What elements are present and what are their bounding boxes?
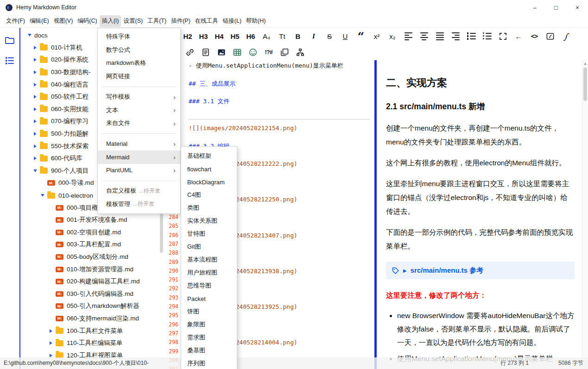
menubar-item[interactable]: 工具(T) [145, 15, 169, 27]
preview-scrollbar[interactable] [582, 60, 588, 369]
align-justify-button[interactable] [432, 29, 448, 43]
scroll-up-arrow-icon[interactable] [582, 60, 588, 67]
reference-link-box[interactable]: ▶ src/main/menu.ts 参考 [386, 262, 575, 279]
editor-line[interactable]: 271 ### 3.1 文件 [164, 97, 374, 106]
tree-expand-arrow-icon[interactable] [32, 144, 38, 148]
mermaid-submenu-item[interactable]: 基本流程图 [181, 253, 237, 266]
insert-menu-item[interactable]: 自定义模板 ...待开发 [98, 184, 180, 198]
insert-menu-item[interactable] [98, 177, 180, 184]
code-block-button[interactable] [542, 29, 558, 43]
tree-expand-arrow-icon[interactable] [48, 329, 54, 333]
tree-expand-arrow-icon[interactable] [48, 341, 54, 345]
minimize-button[interactable]: – [524, 0, 545, 15]
explorer-button[interactable] [3, 34, 16, 46]
tree-expand-arrow-icon[interactable] [32, 95, 38, 99]
tree-expand-arrow-icon[interactable] [32, 58, 38, 62]
insert-menu-item[interactable]: Material [98, 138, 180, 151]
blockquote-button[interactable]: “ [353, 29, 369, 43]
text-case-button[interactable]: Tt [274, 29, 290, 43]
tree-expand-arrow-icon[interactable] [32, 132, 38, 136]
mermaid-submenu-item[interactable]: 饼图 [181, 305, 237, 318]
insert-menu-item[interactable]: 写作模板 [98, 90, 180, 104]
insert-table-button[interactable] [229, 45, 245, 59]
insert-menu-item[interactable]: 特殊字体 [98, 30, 180, 44]
close-button[interactable]: × [567, 0, 588, 15]
insert-menu-item[interactable]: 文本 [98, 104, 180, 117]
editor-line[interactable]: 275 [164, 132, 374, 141]
tree-expand-arrow-icon[interactable] [32, 169, 38, 172]
tree-expand-arrow-icon[interactable] [32, 156, 38, 160]
tree-expand-arrow-icon[interactable] [40, 194, 45, 197]
mermaid-submenu-item[interactable]: 实体关系图 [181, 214, 237, 227]
insert-form-button[interactable] [198, 45, 214, 59]
tree-item[interactable]: 110-工具栏编辑菜单 [20, 337, 164, 350]
mermaid-submenu-item[interactable]: 需求图 [181, 331, 237, 344]
editor-line[interactable]: 274 ![](images/20240528212154.png) [164, 124, 374, 132]
insert-menu-item[interactable]: markdown表格 [98, 56, 180, 70]
bold-button[interactable]: B [290, 29, 306, 43]
mermaid-submenu-item[interactable]: 桑基图 [181, 344, 237, 357]
editor-line[interactable]: 269 ## 三、成品展示 [164, 79, 374, 88]
italic-button[interactable]: I [306, 29, 322, 43]
menubar-item[interactable]: 插件(P) [169, 15, 193, 27]
insert-menu-item[interactable]: Mermaid [98, 150, 180, 164]
tree-item[interactable]: 020-构建编辑器工具栏.md [20, 275, 164, 288]
underline-button[interactable]: U [337, 29, 353, 43]
editor-line[interactable]: 272 [164, 106, 374, 114]
insert-menu-item[interactable] [98, 83, 180, 90]
unordered-list-button[interactable] [479, 29, 495, 43]
mermaid-submenu-item[interactable]: 甘特图 [181, 227, 237, 240]
menubar-item[interactable]: 插入(I) [100, 15, 121, 27]
align-right-button[interactable] [448, 29, 463, 43]
editor-line[interactable]: 273 [164, 115, 374, 124]
subscript-button[interactable]: x₂ [385, 29, 400, 43]
reference-link-label[interactable]: src/main/menu.ts 参考 [411, 266, 484, 275]
insert-menu-item[interactable] [98, 130, 180, 138]
heading2-button[interactable]: H2 [180, 29, 196, 43]
insert-menu-item[interactable]: 数学公式 [98, 44, 180, 57]
tree-expand-arrow-icon[interactable] [32, 83, 38, 87]
menubar-item[interactable]: 视图(V) [51, 15, 76, 27]
tree-item[interactable]: 003-工具栏配置.md [20, 238, 164, 251]
tree-item[interactable]: 005-body区域划分.md [20, 251, 164, 263]
insert-link-button[interactable] [182, 45, 198, 59]
maximize-button[interactable]: □ [545, 0, 567, 15]
mermaid-submenu-item[interactable]: 象限图 [181, 318, 237, 331]
insert-emoji-button[interactable] [245, 45, 261, 59]
insert-menu-item[interactable]: 网页链接 [98, 70, 180, 83]
fullscreen-button[interactable] [495, 29, 511, 43]
menubar-item[interactable]: 编辑(E) [27, 15, 51, 27]
menubar-item[interactable]: 编码(C) [75, 15, 99, 27]
heading4-button[interactable]: H4 [211, 29, 227, 43]
tree-item[interactable]: 030-引入代码编辑器.md [20, 288, 164, 300]
menubar-item[interactable]: 设置(S) [121, 15, 145, 27]
preview-scrollbar-thumb[interactable] [583, 68, 587, 101]
tree-expand-arrow-icon[interactable] [32, 46, 38, 50]
special-chars-button[interactable]: !?# [261, 45, 277, 59]
mermaid-submenu-item[interactable]: 思维导图 [181, 279, 237, 292]
heading5-button[interactable]: H5 [227, 29, 243, 43]
heading6-button[interactable]: H6 [243, 29, 259, 43]
duplicate-button[interactable] [277, 45, 292, 59]
heading3-button[interactable]: H3 [196, 29, 211, 43]
formula-button[interactable]: ∫ [558, 29, 574, 43]
line-break-button[interactable]: ← [511, 29, 526, 43]
tree-expand-arrow-icon[interactable] [32, 119, 38, 123]
superscript-button[interactable]: x² [369, 29, 385, 43]
insert-image-button[interactable] [214, 45, 229, 59]
align-left-button[interactable] [400, 29, 416, 43]
tree-expand-arrow-icon[interactable] [32, 107, 38, 111]
insert-menu-item[interactable]: PlantUML [98, 164, 180, 177]
editor-line[interactable]: 268 [164, 70, 374, 79]
strikethrough-button[interactable]: S [322, 29, 337, 43]
mermaid-submenu-item[interactable]: BlockDiagram [181, 175, 237, 188]
align-center-button[interactable] [416, 29, 432, 43]
tree-item[interactable]: 002-空项目创建.md [20, 226, 164, 239]
menubar-item[interactable]: 在线工具 [193, 15, 221, 27]
menubar-item[interactable]: 文件(F) [4, 15, 27, 27]
editor-line[interactable]: 267 - 使用Menu.setApplicationMenu(menu)显示菜… [164, 61, 374, 70]
menubar-item[interactable]: 帮助(H) [244, 15, 268, 27]
font-size-button[interactable]: A₄ [259, 29, 274, 43]
tree-expand-arrow-icon[interactable] [27, 34, 32, 37]
insert-menu-item[interactable]: 模板管理 ...待开发 [98, 198, 180, 211]
